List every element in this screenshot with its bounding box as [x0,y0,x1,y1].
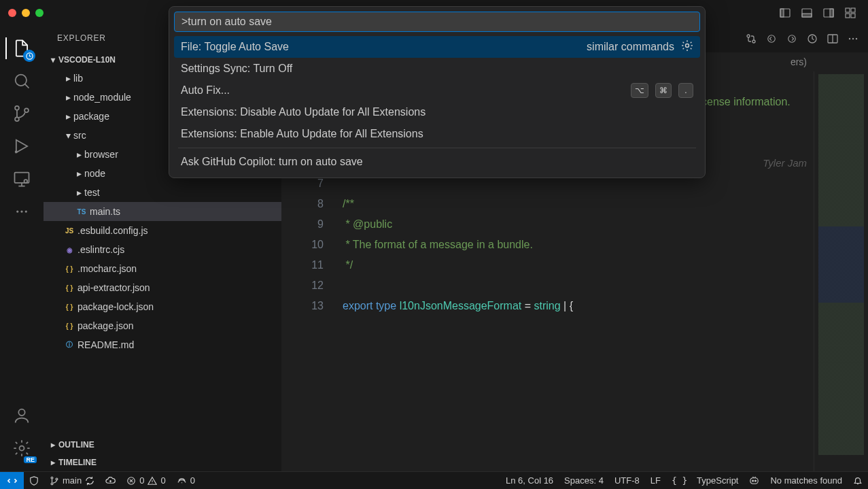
tree-item-label: api-extractor.json [77,282,150,293]
search-status[interactable]: No matches found [765,472,848,489]
keybinding: ⌘ [655,83,672,98]
settings-activity-icon[interactable]: RE [5,432,38,465]
file-item[interactable]: { }api-extractor.json [44,278,281,297]
close-window-icon[interactable] [8,9,16,17]
tree-item-label: package [73,111,109,122]
svg-point-17 [24,180,28,183]
file-item[interactable]: { }package-lock.json [44,297,281,316]
accounts-activity-icon[interactable] [5,399,38,432]
breadcrumb-fragment[interactable]: ers) [791,56,807,67]
svg-point-31 [856,38,857,39]
explorer-activity-icon[interactable] [5,32,38,65]
git-branch-status[interactable]: main [44,472,100,489]
search-activity-icon[interactable] [5,65,38,97]
file-item[interactable]: TSmain.ts [44,202,281,221]
chevron-right-icon: ▸ [73,168,84,179]
split-editor-icon[interactable] [823,29,842,48]
svg-point-20 [25,210,27,212]
tree-item-label: .esbuild.config.js [77,225,148,236]
file-item[interactable]: ⓘREADME.md [44,335,281,354]
svg-rect-6 [846,8,850,12]
svg-point-30 [852,38,854,39]
svg-point-13 [15,117,19,121]
svg-rect-8 [846,14,850,18]
error-count: 0 [139,475,144,486]
chevron-down-icon: ▾ [48,54,58,65]
go-forward-icon[interactable] [782,29,801,48]
remote-explorer-activity-icon[interactable] [5,163,38,195]
file-item[interactable]: ◉.eslintrc.cjs [44,240,281,259]
remote-indicator[interactable] [0,472,24,489]
keybinding: . [678,83,693,98]
eol-status[interactable]: LF [645,472,666,489]
encoding-status[interactable]: UTF-8 [609,472,645,489]
minimize-window-icon[interactable] [22,9,30,17]
tree-item-label: main.ts [90,206,120,217]
cloud-status[interactable] [100,472,121,489]
js-file-icon: JS [63,224,76,237]
layout-secondary-sidebar-icon[interactable] [819,3,838,22]
timeline-icon[interactable] [803,29,822,48]
minimap-content [818,74,864,455]
timeline-label: TIMELINE [58,458,97,467]
run-activity-icon[interactable] [5,130,38,163]
project-name: VSCODE-L10N [58,55,116,65]
svg-rect-9 [851,14,855,18]
command-label: Extensions: Disable Auto Update for All … [181,106,426,118]
cursor-position-status[interactable]: Ln 6, Col 16 [500,472,559,489]
trust-status[interactable] [24,472,44,489]
tree-item-label: .mocharc.json [77,263,137,274]
svg-rect-7 [851,8,855,12]
file-item[interactable]: JS.esbuild.config.js [44,221,281,240]
command-palette-item[interactable]: Extensions: Enable Auto Update for All E… [174,123,700,145]
layout-primary-sidebar-icon[interactable] [776,3,795,22]
customize-layout-icon[interactable] [841,3,860,22]
command-palette-item[interactable]: Extensions: Disable Auto Update for All … [174,101,700,123]
timeline-section-header[interactable]: ▸ TIMELINE [44,454,281,471]
svg-point-32 [51,477,53,479]
language-status[interactable]: { } TypeScript [666,472,744,489]
file-item[interactable]: { }.mocharc.json [44,259,281,278]
chevron-right-icon: ▸ [63,92,73,103]
command-palette-item[interactable]: Auto Fix...⌥⌘. [174,80,700,101]
go-back-icon[interactable] [762,29,781,48]
overflow-activity-icon[interactable] [5,195,38,228]
svg-point-34 [56,477,58,479]
tree-item-label: package.json [77,320,134,331]
gear-icon[interactable] [681,39,693,54]
ports-status[interactable]: 0 [171,472,201,489]
chevron-right-icon: ▸ [48,439,58,450]
notifications-icon[interactable] [848,472,868,489]
svg-point-29 [849,38,850,39]
chevron-right-icon: ▸ [73,149,84,160]
outline-section-header[interactable]: ▸ OUTLINE [44,436,281,454]
minimap[interactable] [814,71,868,471]
command-palette-item[interactable]: File: Toggle Auto Savesimilar commands [174,36,700,58]
command-palette-input[interactable] [174,12,700,32]
tree-item-label: .eslintrc.cjs [77,244,124,255]
layout-panel-icon[interactable] [797,3,816,22]
tree-item-label: README.md [77,339,134,350]
command-palette: File: Toggle Auto Savesimilar commandsSe… [169,6,706,178]
more-icon[interactable] [844,29,863,48]
tree-item-label: node [84,168,105,179]
svg-point-21 [18,409,24,416]
svg-point-23 [747,35,750,37]
status-bar: main 0 0 0 Ln 6, Col 16 Spaces: 4 UTF-8 … [0,471,868,489]
command-label: Settings Sync: Turn Off [181,63,292,75]
copilot-status[interactable] [744,472,765,489]
command-palette-item[interactable]: Ask GitHub Copilot: turn on auto save [174,151,700,173]
git-compare-icon[interactable] [742,29,761,48]
command-palette-item[interactable]: Settings Sync: Turn Off [174,58,700,80]
folder-item[interactable]: ▸test [44,183,281,202]
window-controls [8,9,44,17]
problems-status[interactable]: 0 0 [121,472,171,489]
maximize-window-icon[interactable] [35,9,44,17]
source-control-activity-icon[interactable] [5,97,38,130]
indentation-status[interactable]: Spaces: 4 [559,472,609,489]
svg-rect-5 [830,9,833,17]
chevron-right-icon: ▸ [48,457,58,468]
svg-rect-1 [780,9,784,17]
file-item[interactable]: { }package.json [44,316,281,335]
ts-file-icon: TS [75,205,88,218]
